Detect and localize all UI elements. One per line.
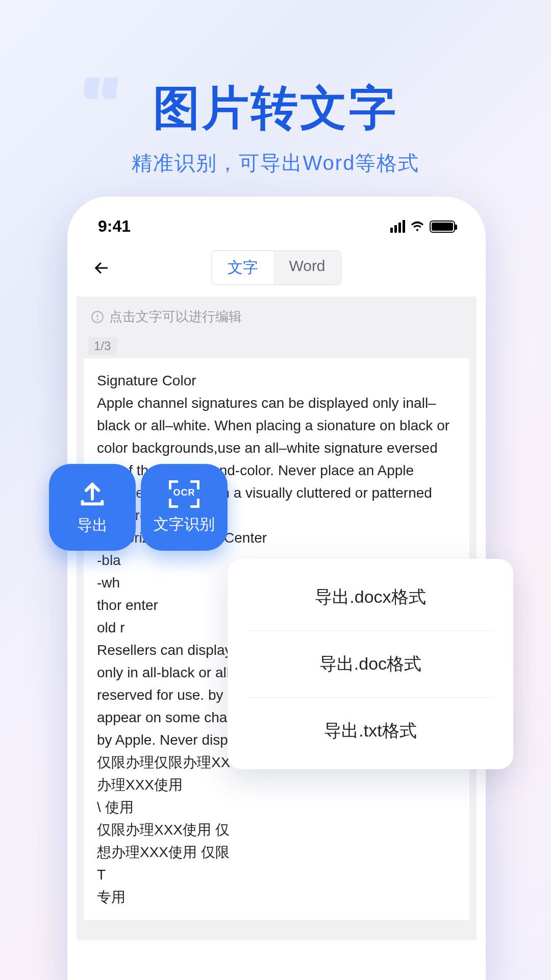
tab-text[interactable]: 文字 (212, 251, 273, 284)
export-button[interactable]: 导出 (49, 464, 136, 551)
status-bar: 9:41 (77, 206, 477, 240)
battery-icon (430, 220, 455, 233)
signal-icon (390, 220, 405, 233)
edit-hint-row: 点击文字可以进行编辑 (77, 297, 477, 337)
status-time: 9:41 (98, 217, 131, 236)
arrow-left-icon (92, 259, 111, 277)
status-right (390, 220, 455, 233)
edit-hint-text: 点击文字可以进行编辑 (109, 308, 242, 326)
info-icon (91, 310, 104, 324)
nav-bar: 文字 Word (77, 240, 477, 297)
wifi-icon (410, 221, 424, 232)
page-indicator: 1/3 (88, 337, 117, 355)
ocr-scan-icon: OCR (169, 480, 199, 508)
upload-icon (78, 479, 107, 509)
hero-subtitle: 精准识别，可导出Word等格式 (0, 149, 551, 177)
export-button-label: 导出 (77, 515, 108, 536)
tab-word[interactable]: Word (273, 251, 340, 284)
ocr-button-label: 文字识别 (154, 514, 215, 535)
hero-title: 图片转文字 (0, 77, 551, 140)
export-option-doc[interactable]: 导出.doc格式 (247, 631, 494, 698)
export-option-txt[interactable]: 导出.txt格式 (247, 698, 494, 764)
svg-point-2 (97, 319, 98, 321)
export-options-sheet: 导出.docx格式 导出.doc格式 导出.txt格式 (228, 559, 513, 769)
segmented-control: 文字 Word (211, 250, 341, 285)
export-option-docx[interactable]: 导出.docx格式 (247, 564, 494, 631)
quote-mark-icon (84, 78, 117, 99)
ocr-button[interactable]: OCR 文字识别 (141, 464, 228, 551)
back-button[interactable] (91, 257, 112, 279)
hero-section: 图片转文字 精准识别，可导出Word等格式 (0, 0, 551, 177)
